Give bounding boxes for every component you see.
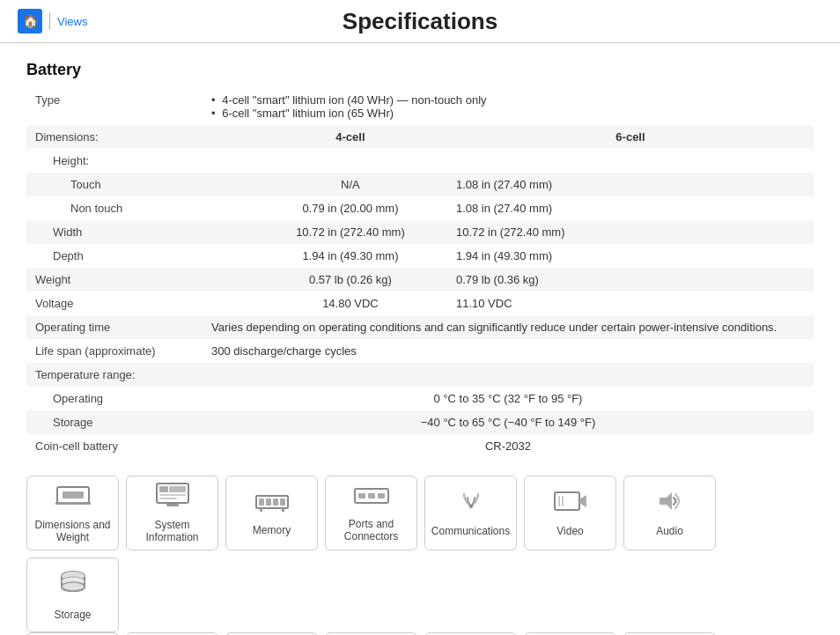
row-spacer (203, 196, 254, 220)
row-value-4cell: 0.57 lb (0.26 kg) (254, 268, 447, 292)
nav-item-video[interactable]: Video (524, 476, 616, 550)
svg-point-29 (62, 582, 85, 591)
row-value-4cell: 10.72 in (272.40 mm) (254, 220, 447, 244)
row-value-6cell: 1.08 in (27.40 mm) (447, 196, 814, 220)
nav-label: Video (556, 525, 583, 537)
header: 🏠 Views Specifications (0, 0, 840, 43)
main-content: Battery Type 4-cell "smart" lithium ion … (0, 43, 840, 635)
table-row: Type 4-cell "smart" lithium ion (40 WHr)… (26, 88, 814, 125)
nav-item-ports[interactable]: Ports and Connectors (325, 476, 417, 550)
svg-rect-7 (169, 486, 186, 492)
svg-rect-6 (159, 498, 177, 499)
table-row: Dimensions: 4-cell 6-cell (26, 125, 814, 149)
table-row: Depth 1.94 in (49.30 mm) 1.94 in (49.30 … (26, 244, 814, 268)
row-value-6cell: 1.08 in (27.40 mm) (447, 173, 814, 196)
audio-icon (654, 489, 686, 520)
page-title: Specifications (343, 8, 497, 35)
table-row: Coin-cell battery CR-2032 (26, 434, 814, 458)
svg-rect-18 (368, 493, 375, 498)
row-value-6cell: 1.94 in (49.30 mm) (447, 244, 814, 268)
row-label: Depth (26, 244, 203, 268)
nav-item-system-info[interactable]: System Information (126, 476, 218, 550)
row-label: Coin-cell battery (26, 434, 203, 458)
svg-rect-15 (282, 508, 284, 512)
row-value: 4-cell "smart" lithium ion (40 WHr) — no… (203, 88, 814, 125)
table-row: Weight 0.57 lb (0.26 kg) 0.79 lb (0.36 k… (26, 268, 814, 292)
communications-icon (455, 489, 487, 520)
row-label: Non touch (26, 196, 203, 220)
nav-item-memory[interactable]: Memory (225, 476, 318, 550)
system-info-icon (156, 483, 189, 513)
svg-marker-25 (659, 492, 672, 510)
row-label: Life span (approximate) (26, 339, 203, 363)
svg-point-20 (469, 505, 473, 508)
row-label: Height: (26, 149, 203, 173)
table-row: Operating time Varies depending on opera… (26, 315, 814, 339)
row-value-4cell: 0.79 in (20.00 mm) (254, 196, 447, 220)
video-icon (554, 489, 587, 520)
table-row: Width 10.72 in (272.40 mm) 10.72 in (272… (26, 220, 814, 244)
nav-item-audio[interactable]: Audio (623, 476, 716, 550)
nav-label: Audio (656, 525, 683, 537)
row-value (203, 363, 814, 387)
row-value-6cell: 11.10 VDC (447, 292, 814, 315)
table-row: Non touch 0.79 in (20.00 mm) 1.08 in (27… (26, 196, 814, 220)
svg-rect-19 (378, 493, 385, 498)
row-value: −40 °C to 65 °C (−40 °F to 149 °F) (203, 410, 814, 434)
row-label: Operating (26, 387, 203, 410)
row-label: Width (26, 220, 203, 244)
row-value-4cell: 1.94 in (49.30 mm) (254, 244, 447, 268)
svg-rect-14 (260, 508, 262, 512)
col-6cell-header: 6-cell (447, 125, 814, 149)
nav-grid-row1: Dimensions and Weight System Information (26, 476, 814, 632)
spec-table: Type 4-cell "smart" lithium ion (40 WHr)… (26, 88, 814, 458)
home-icon[interactable]: 🏠 (18, 9, 42, 33)
row-label: Touch (26, 173, 203, 196)
ports-icon (354, 484, 389, 513)
nav-item-communications[interactable]: Communications (424, 476, 517, 550)
row-label: Dimensions: (26, 125, 203, 149)
table-row: Operating 0 °C to 35 °C (32 °F to 95 °F) (26, 387, 814, 410)
table-row: Life span (approximate) 300 discharge/ch… (26, 339, 814, 363)
table-row: Temperature range: (26, 363, 814, 387)
nav-label: System Information (131, 519, 213, 543)
header-nav: 🏠 Views (18, 9, 87, 33)
nav-label: Ports and Connectors (330, 518, 412, 543)
row-spacer (203, 220, 254, 244)
svg-rect-17 (358, 493, 365, 498)
nav-divider (49, 12, 50, 30)
views-link[interactable]: Views (57, 15, 87, 28)
row-value (203, 149, 814, 173)
svg-rect-5 (159, 494, 186, 496)
row-value: Varies depending on operating conditions… (203, 315, 814, 339)
row-label: Type (26, 88, 203, 125)
row-value-4cell: 14.80 VDC (254, 292, 447, 315)
svg-rect-21 (555, 492, 579, 510)
nav-item-storage[interactable]: Storage (26, 557, 119, 632)
svg-rect-13 (280, 498, 285, 506)
svg-rect-8 (166, 504, 179, 506)
battery-section-title: Battery (26, 61, 814, 79)
row-value-6cell: 0.79 lb (0.36 kg) (447, 268, 814, 292)
nav-label: Dimensions and Weight (32, 519, 114, 543)
row-spacer (203, 125, 254, 149)
row-value: 0 °C to 35 °C (32 °F to 95 °F) (203, 387, 814, 410)
row-value-4cell: N/A (254, 173, 447, 196)
row-spacer (203, 268, 254, 292)
row-label: Operating time (26, 315, 203, 339)
storage-icon (60, 569, 86, 603)
nav-label: Memory (253, 524, 291, 536)
row-value: CR-2032 (203, 434, 814, 458)
row-spacer (203, 173, 254, 196)
row-label: Voltage (26, 292, 203, 315)
nav-item-dimensions[interactable]: Dimensions and Weight (26, 476, 119, 550)
dimensions-icon (55, 483, 91, 513)
row-label: Storage (26, 410, 203, 434)
table-row: Height: (26, 149, 814, 173)
nav-label: Communications (431, 525, 510, 537)
row-label: Temperature range: (26, 363, 203, 387)
svg-rect-2 (55, 502, 91, 505)
table-row: Voltage 14.80 VDC 11.10 VDC (26, 292, 814, 315)
svg-rect-10 (259, 498, 264, 506)
row-spacer (203, 244, 254, 268)
